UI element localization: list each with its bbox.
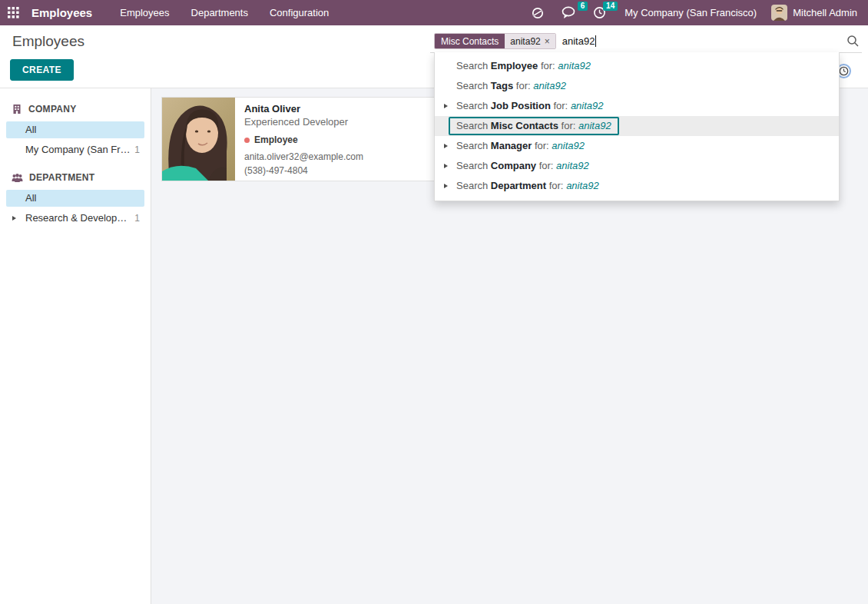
search-facet-category: Misc Contacts <box>435 34 505 48</box>
search-suggestion-misc-contacts[interactable]: Search Misc Contacts for: anita92 <box>435 116 839 136</box>
department-section-title: DEPARTMENT <box>29 172 94 183</box>
users-icon <box>12 173 23 183</box>
search-facet-value-text: anita92 <box>510 36 540 47</box>
messages-icon[interactable]: 6 <box>553 0 585 25</box>
slashed-circle-icon[interactable] <box>522 0 553 25</box>
tag-dot-icon <box>244 138 250 143</box>
page-title: Employees <box>12 33 84 50</box>
suggestion-field: Misc Contacts <box>491 120 558 131</box>
create-button[interactable]: CREATE <box>10 59 74 81</box>
nav-menu-configuration[interactable]: Configuration <box>259 0 340 25</box>
suggestion-field: Job Position <box>491 100 551 111</box>
employee-name: Anita Oliver <box>244 103 363 114</box>
suggestion-infix: for: <box>562 120 576 131</box>
suggestion-field: Manager <box>491 140 532 151</box>
search-suggestion-department[interactable]: Search Department for: anita92 <box>435 176 839 196</box>
search-suggestion-job-position[interactable]: Search Job Position for: anita92 <box>435 96 839 116</box>
company-switcher[interactable]: My Company (San Francisco) <box>615 0 767 25</box>
expand-caret-icon[interactable] <box>444 144 448 148</box>
activity-view-clock-icon <box>839 66 849 76</box>
suggestion-prefix: Search <box>456 120 488 131</box>
search-input[interactable]: anita92 <box>562 35 597 47</box>
expand-caret-icon[interactable] <box>12 216 16 221</box>
search-suggestion-company[interactable]: Search Company for: anita92 <box>435 156 839 176</box>
search-icon[interactable] <box>846 35 860 51</box>
item-count: 1 <box>134 210 144 227</box>
activities-clock-icon[interactable]: 14 <box>585 0 615 25</box>
suggestion-infix: for: <box>516 80 531 91</box>
search-suggestions-dropdown: Search Employee for: anita92 Search Tags… <box>434 52 840 201</box>
sidebar-item-label: Research & Develop… <box>25 212 127 224</box>
search-bar[interactable]: Misc Contacts anita92 × anita92 <box>430 30 862 53</box>
search-facet: Misc Contacts anita92 × <box>434 33 556 49</box>
suggestion-value: anita92 <box>566 180 599 191</box>
expand-caret-icon[interactable] <box>444 164 448 168</box>
suggestion-infix: for: <box>539 160 554 171</box>
search-facet-value: anita92 × <box>505 34 555 48</box>
suggestion-value: anita92 <box>556 160 589 171</box>
suggestion-infix: for: <box>549 180 564 191</box>
search-suggestion-employee[interactable]: Search Employee for: anita92 <box>435 56 839 76</box>
sidebar-company-all[interactable]: All <box>6 121 144 138</box>
apps-grid-glyph <box>8 7 19 18</box>
user-name: Mitchell Admin <box>793 7 857 18</box>
employee-photo <box>162 98 235 181</box>
suggestion-prefix: Search <box>456 80 488 91</box>
nav-menu-departments[interactable]: Departments <box>181 0 259 25</box>
employee-card[interactable]: Anita Oliver Experienced Developer Emplo… <box>161 97 447 181</box>
suggestion-prefix: Search <box>456 140 488 151</box>
search-suggestion-manager[interactable]: Search Manager for: anita92 <box>435 136 839 156</box>
suggestion-prefix: Search <box>456 100 488 111</box>
employee-job-title: Experienced Developer <box>244 116 363 128</box>
apps-grid-icon[interactable] <box>0 0 26 25</box>
company-section-header: COMPANY <box>0 102 151 116</box>
employee-phone: (538)-497-4804 <box>244 165 363 176</box>
suggestion-value: anita92 <box>571 100 604 111</box>
search-input-text: anita92 <box>562 35 595 47</box>
company-section-title: COMPANY <box>28 104 77 114</box>
user-menu[interactable]: Mitchell Admin <box>767 5 862 21</box>
building-icon <box>12 104 22 114</box>
sidebar-item-label: All <box>25 124 36 135</box>
user-avatar <box>771 5 787 21</box>
suggestion-value: anita92 <box>552 140 585 151</box>
top-navbar: Employees Employees Departments Configur… <box>0 0 868 25</box>
sidebar-company-my-company[interactable]: 1 My Company (San Fr… <box>6 141 144 158</box>
item-count: 1 <box>134 141 144 158</box>
employee-email: anita.oliver32@example.com <box>244 151 363 162</box>
suggestion-prefix: Search <box>456 180 488 191</box>
expand-caret-icon[interactable] <box>444 104 448 108</box>
tag-label: Employee <box>254 134 298 145</box>
sidebar-department-all[interactable]: All <box>6 190 144 207</box>
sidebar-department-research[interactable]: 1 Research & Develop… <box>6 210 144 227</box>
suggestion-prefix: Search <box>456 160 488 171</box>
suggestion-field: Company <box>491 160 536 171</box>
department-section-header: DEPARTMENT <box>0 171 151 184</box>
activities-badge: 14 <box>603 2 618 11</box>
nav-menu-employees[interactable]: Employees <box>109 0 180 25</box>
suggestion-infix: for: <box>535 140 549 151</box>
suggestion-value: anita92 <box>558 60 591 71</box>
employee-tag[interactable]: Employee <box>244 134 363 145</box>
employee-card-body: Anita Oliver Experienced Developer Emplo… <box>235 98 373 181</box>
text-cursor <box>595 35 596 47</box>
suggestion-field: Department <box>491 180 546 191</box>
suggestion-value: anita92 <box>578 120 611 131</box>
suggestion-infix: for: <box>553 100 568 111</box>
suggestion-value: anita92 <box>533 80 566 91</box>
app-brand[interactable]: Employees <box>31 6 92 19</box>
suggestion-field: Tags <box>491 80 513 91</box>
sidebar-item-label: My Company (San Fr… <box>25 144 131 155</box>
sidebar-item-label: All <box>25 192 36 204</box>
search-suggestion-tags[interactable]: Search Tags for: anita92 <box>435 76 839 96</box>
suggestion-infix: for: <box>541 60 555 71</box>
facet-remove-icon[interactable]: × <box>545 36 550 47</box>
suggestion-prefix: Search <box>456 60 488 71</box>
search-panel-sidebar: COMPANY All 1 My Company (San Fr… DEPART… <box>0 88 151 604</box>
suggestion-field: Employee <box>491 60 538 71</box>
expand-caret-icon[interactable] <box>444 184 448 188</box>
